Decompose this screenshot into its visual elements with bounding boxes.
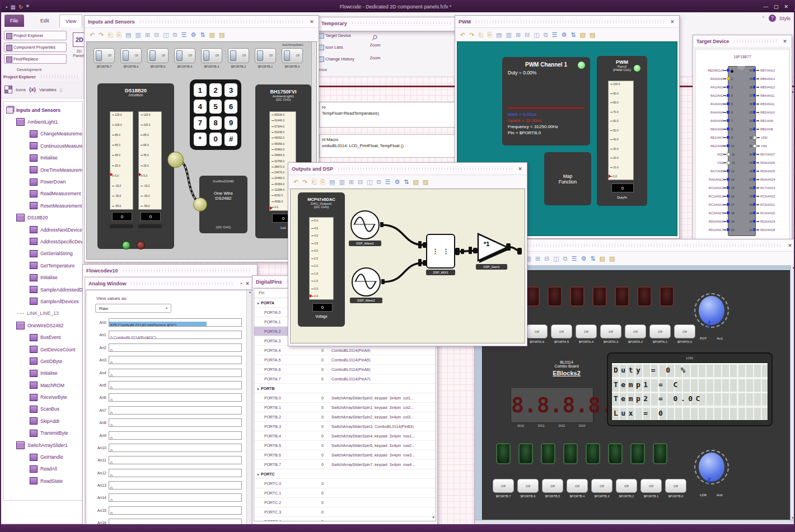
tab-view[interactable]: View [59,15,82,27]
toolbar-icon[interactable]: ◫ [553,256,559,262]
pin-square[interactable] [727,153,730,156]
pin-row[interactable]: PORTB.3 0 SwitchArraySliderSpin3, ComboB… [254,422,436,431]
pin-square[interactable] [727,86,729,88]
chip-pin[interactable]: RC3/AN15 18 [695,209,738,217]
connection-dot[interactable] [167,152,184,168]
pin-row[interactable]: PORTC.4 0 [254,517,436,521]
scroll-down-icon[interactable]: ▾ [432,515,434,520]
analog-value-field[interactable]: 0 [109,343,242,352]
minimize-button[interactable]: — [763,4,768,10]
toolbar-icon[interactable]: ⊞ [535,256,540,262]
pin-row[interactable]: PORTB.4 0 SwitchArraySliderSpin4, keypad… [254,431,436,441]
chip-pin[interactable]: RC2/AN14 17 [695,200,738,209]
toolbar-icon[interactable]: ↷ [99,32,104,38]
analog-value-field[interactable]: 0 [109,506,242,515]
port-button[interactable]: Off $PORTB.0 [665,479,686,498]
tab-file[interactable]: File [4,15,24,27]
toolbar-icon[interactable]: ⎘ [116,32,121,38]
toolbar-icon[interactable]: ▤ [125,32,131,38]
close-icon[interactable]: ✕ [669,19,676,25]
analog-value-field[interactable]: 0 [109,381,242,389]
pin-row[interactable]: PORTA.4 0 ComboBL0114(PinA4) [254,346,436,355]
tab-edit[interactable]: Edit [35,15,55,27]
toolbar-icon[interactable]: ⧉ [173,32,177,38]
tree-item[interactable]: LINK_LINE_13 [4,308,82,319]
off-button[interactable]: Off [542,479,563,493]
pin-square[interactable] [727,228,729,231]
tree-item[interactable]: ContinuousMeasurement [4,140,82,152]
toolbar-icon[interactable]: ⎗ [311,179,316,185]
chip-pin[interactable]: 22 RD3/AN19 [746,217,790,225]
tree-item[interactable]: AddressSpecificDevice [4,236,82,247]
port-button[interactable]: Off $PORTB.2 [616,479,637,498]
toolbar-icon[interactable]: ⧉ [544,32,548,38]
chip-pin[interactable]: RA2/AN2 4 [695,91,738,100]
port-button[interactable]: Off $PORTA.6 [526,324,548,343]
toolbar-icon[interactable]: ⊟ [154,32,159,38]
toolbar-icon[interactable]: ⊞ [516,32,521,38]
duty-slider[interactable]: 100.090.080.070.060.050.040.030.020.010.… [608,81,634,180]
chip-pin[interactable]: RA5/AN5 7 [695,116,738,125]
toolbar-icon[interactable]: ⊞ [349,179,354,185]
tree-item[interactable]: ScanBus [4,403,82,415]
chip-pin[interactable]: 33 RB0/AN8 [746,125,790,133]
toolbar-icon[interactable]: ⇅ [200,32,205,38]
toolbar-icon[interactable]: ▤ [496,32,502,38]
chip-pin[interactable]: 31 VSS [746,142,790,150]
toolbar-icon[interactable]: ▧ [580,32,586,38]
pin-square[interactable] [753,195,756,197]
analog-value-field[interactable]: 0 [109,369,242,377]
pin-square[interactable] [753,211,756,214]
chip-pin[interactable]: RC0/AN12 15 [695,183,738,192]
off-button[interactable]: Off [616,479,637,493]
flowchart-icon-box[interactable]: ro TempFloat=ReadTemperature) [319,102,464,128]
chip-pin[interactable]: 39 RB6/AN14 [746,74,790,83]
pin-row[interactable]: PORTA.5 0 ComboBL0114(PinA5) [254,355,436,365]
tree-item[interactable]: ReceiveByte [4,391,82,403]
analog-value-field[interactable]: 0 [109,393,242,402]
pin-square[interactable] [753,144,756,148]
temporary-window[interactable]: Temporary [317,17,460,31]
tree-item[interactable]: Inputs and Sensors [4,104,82,116]
objects-tab-icon[interactable]: ▯ [60,87,62,92]
knob-dial[interactable] [699,296,724,325]
chip-pin[interactable]: 27 RD4/AN24 [746,175,790,183]
pin-square[interactable] [753,178,756,181]
pin-square[interactable] [753,170,756,172]
outputs-dsp-titlebar[interactable]: Outputs and DSP ✕ [288,163,527,175]
toolbar-icon[interactable]: ◫ [163,32,169,38]
analog-value-field[interactable]: 0 [109,493,242,502]
pin-square[interactable] [727,203,729,206]
view-toggle[interactable]: Icon Lists [318,43,359,51]
pot-knob[interactable] [694,293,729,328]
close-button[interactable]: ✕ [784,4,788,10]
pin-row[interactable]: PORTC.3 0 [254,507,436,517]
tree-item[interactable]: SwitchArraySlider1 [4,439,82,451]
tree-item[interactable]: OneTimeMeasurement [4,164,82,176]
pin-square[interactable] [727,128,729,130]
chip-pin[interactable]: 34 RB1/AN9 [746,116,790,125]
analog-value-field[interactable]: 0 [109,456,242,464]
pin-square[interactable] [727,161,730,164]
toolbar-icon[interactable]: ⧉ [563,256,568,262]
pin-square[interactable] [753,128,756,130]
chip-pin[interactable]: 30 RD7/AN27 [746,150,790,158]
chip-pin[interactable]: 26 RC7/AN23 [746,183,790,192]
pin-row[interactable]: PORTC.2 0 [254,498,436,507]
toolbar-icon[interactable]: ▨ [219,32,225,38]
dsp-wave1-block[interactable] [350,210,380,239]
chip-pin[interactable]: 38 RB5/AN12 [746,83,790,91]
toolbar-icon[interactable]: ⎗ [107,32,113,38]
inputs-panel-canvas[interactable]: SwitchArraySlider1 Off $PORTB.7 Off $POR… [86,41,317,260]
chip-pin[interactable]: RE1/AN7 9 [695,133,738,142]
icons-tab-icon[interactable] [4,86,12,93]
pin-square[interactable] [753,186,756,189]
tree-item[interactable]: ReadAll [4,463,82,475]
chip-pin[interactable]: RA7/AN9 13 [695,167,738,175]
pin-row[interactable]: PORTB.6 0 SwitchArraySliderSpin6, keypad… [254,450,436,460]
pin-square[interactable] [727,119,729,122]
tree-item[interactable]: ChangeMeasurementMode [4,128,82,140]
chip-pin[interactable]: 21 RD2/AN18 [746,225,790,234]
tree-item[interactable]: GetDeviceCount [4,343,82,355]
tree-item[interactable]: Initialise [4,368,82,379]
